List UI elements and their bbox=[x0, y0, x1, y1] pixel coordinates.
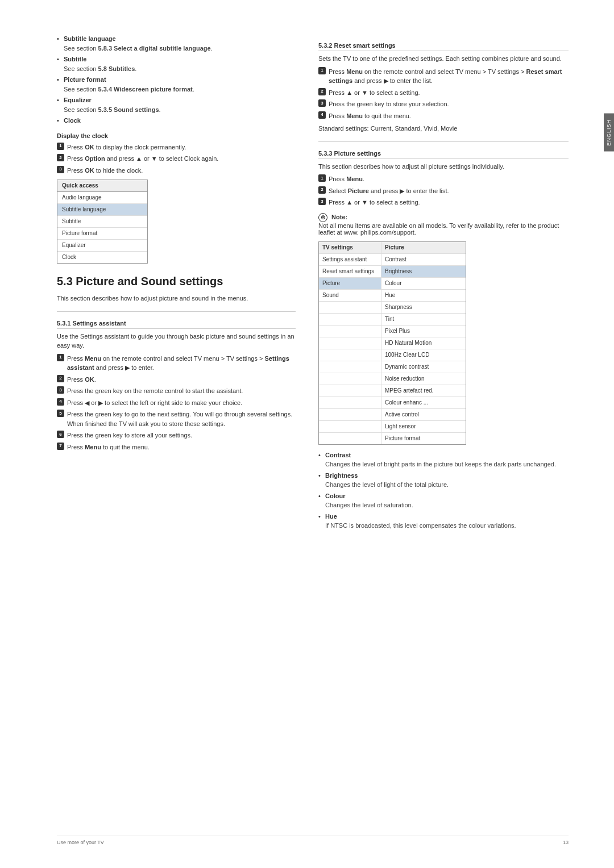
table-row: Pixel Plus bbox=[319, 326, 466, 337]
step-item: 5 Press the green key to go to the next … bbox=[57, 410, 296, 428]
list-item: Subtitle language See section 5.8.3 Sele… bbox=[57, 34, 296, 53]
table-row: Picture format bbox=[57, 228, 147, 240]
table-row: Light sensor bbox=[319, 421, 466, 433]
list-item: Brightness Changes the level of light of… bbox=[318, 471, 569, 490]
list-item: Subtitle See section 5.8 Subtitles. bbox=[57, 55, 296, 73]
cell: Sound bbox=[319, 290, 381, 301]
cell: Settings assistant bbox=[319, 254, 381, 265]
divider bbox=[57, 311, 296, 312]
table-row: Noise reduction bbox=[319, 373, 466, 385]
step-item: 3 Press ▲ or ▼ to select a setting. bbox=[318, 198, 569, 207]
table-row: 100Hz Clear LCD bbox=[319, 349, 466, 361]
col-header-right: Picture bbox=[381, 242, 466, 253]
cell: Reset smart settings bbox=[319, 266, 381, 277]
item-sub: See section 5.3.4 Widescreen picture for… bbox=[64, 86, 194, 93]
section-53-intro: This section describes how to adjust pic… bbox=[57, 294, 296, 303]
cell: Picture format bbox=[381, 433, 466, 444]
cell bbox=[319, 349, 381, 361]
note-icon: ⊜ bbox=[318, 213, 327, 222]
table-row: Sound Hue bbox=[319, 290, 466, 302]
item-sub: See section 5.8.3 Select a digital subti… bbox=[64, 45, 213, 52]
footer-right: 13 bbox=[563, 840, 569, 845]
step-item: 4 Press ◀ or ▶ to select the left or rig… bbox=[57, 398, 296, 408]
table-header: Quick access bbox=[57, 180, 147, 192]
cell: Noise reduction bbox=[381, 373, 466, 385]
table-row: Subtitle bbox=[57, 216, 147, 228]
cell: Colour bbox=[381, 278, 466, 289]
section-531-intro: Use the Settings assistant to guide you … bbox=[57, 332, 296, 350]
cell bbox=[319, 409, 381, 420]
cell: Contrast bbox=[381, 254, 466, 265]
note-title: Note: bbox=[331, 213, 347, 220]
table-row: Clock bbox=[57, 252, 147, 263]
list-item: Equalizer See section 5.3.5 Sound settin… bbox=[57, 95, 296, 114]
cell bbox=[319, 421, 381, 432]
cell: Brightness bbox=[381, 266, 466, 277]
page: ENGLISH Subtitle language See section 5.… bbox=[0, 0, 614, 868]
cell bbox=[319, 433, 381, 444]
step-item: 2 Press ▲ or ▼ to select a setting. bbox=[318, 88, 569, 98]
section-532-steps: 1 Press Menu on the remote control and s… bbox=[318, 67, 569, 121]
step-item: 1 Press Menu on the remote control and s… bbox=[318, 67, 569, 86]
note-text: Not all menu items are available on all … bbox=[318, 222, 559, 236]
item-label: Equalizer bbox=[64, 97, 92, 103]
step-item: 6 Press the green key to store all your … bbox=[57, 431, 296, 440]
list-item: Contrast Changes the level of bright par… bbox=[318, 450, 569, 469]
table-row: HD Natural Motion bbox=[319, 337, 466, 349]
table-row: Picture Colour bbox=[319, 278, 466, 290]
section-532-intro: Sets the TV to one of the predefined set… bbox=[318, 54, 569, 64]
item-label: Picture format bbox=[64, 76, 106, 83]
cell: 100Hz Clear LCD bbox=[381, 349, 466, 361]
step-item: 3 Press the green key to store your sele… bbox=[318, 99, 569, 109]
cell: MPEG artefact red. bbox=[381, 385, 466, 397]
cell bbox=[319, 373, 381, 385]
step-item: 1 Press OK to display the clock permanen… bbox=[57, 143, 296, 152]
cell: Sharpness bbox=[381, 302, 466, 313]
item-label: Subtitle language bbox=[64, 35, 116, 42]
step-item: 2 Select Picture and press ▶ to enter th… bbox=[318, 186, 569, 196]
divider bbox=[318, 141, 569, 142]
item-label: Clock bbox=[64, 117, 81, 124]
table-row: Reset smart settings Brightness bbox=[319, 266, 466, 278]
section-532-title: 5.3.2 Reset smart settings bbox=[318, 42, 569, 51]
cell: Picture bbox=[319, 278, 381, 289]
table-row: Picture format bbox=[319, 433, 466, 444]
standard-settings-note: Standard settings: Current, Standard, Vi… bbox=[318, 124, 569, 133]
list-item: Clock bbox=[57, 116, 296, 126]
cell: Light sensor bbox=[381, 421, 466, 432]
cell bbox=[319, 397, 381, 408]
col-header-left: TV settings bbox=[319, 242, 381, 253]
cell: HD Natural Motion bbox=[381, 337, 466, 349]
picture-bullets: Contrast Changes the level of bright par… bbox=[318, 450, 569, 531]
cell bbox=[319, 326, 381, 337]
section-533-steps: 1 Press Menu. 2 Select Picture and press… bbox=[318, 174, 569, 207]
cell bbox=[319, 337, 381, 349]
cell: Dynamic contrast bbox=[381, 361, 466, 373]
footer: Use more of your TV 13 bbox=[57, 836, 569, 845]
item-sub: See section 5.3.5 Sound settings. bbox=[64, 106, 161, 113]
section-531-title: 5.3.1 Settings assistant bbox=[57, 320, 296, 329]
section-533-title: 5.3.3 Picture settings bbox=[318, 150, 569, 159]
table-row: Audio language bbox=[57, 192, 147, 204]
tv-settings-table: TV settings Picture Settings assistant C… bbox=[318, 241, 466, 445]
cell: Tint bbox=[381, 314, 466, 325]
top-bullet-list: Subtitle language See section 5.8.3 Sele… bbox=[57, 34, 296, 126]
step-item: 1 Press Menu. bbox=[318, 174, 569, 184]
section-531-steps: 1 Press Menu on the remote control and s… bbox=[57, 354, 296, 452]
item-sub: See section 5.8 Subtitles. bbox=[64, 65, 136, 72]
cell bbox=[319, 361, 381, 373]
step-item: 3 Press the green key on the remote cont… bbox=[57, 386, 296, 396]
step-item: 4 Press Menu to quit the menu. bbox=[318, 111, 569, 121]
list-item: Hue If NTSC is broadcasted, this level c… bbox=[318, 512, 569, 531]
step-item: 3 Press OK to hide the clock. bbox=[57, 166, 296, 176]
table-row: Active control bbox=[319, 409, 466, 421]
footer-left: Use more of your TV bbox=[57, 840, 104, 845]
side-tab: ENGLISH bbox=[604, 114, 614, 152]
table-row: Sharpness bbox=[319, 302, 466, 314]
cell: Hue bbox=[381, 290, 466, 301]
note-box: ⊜ Note: Not all menu items are available… bbox=[318, 213, 569, 236]
right-column: 5.3.2 Reset smart settings Sets the TV t… bbox=[318, 34, 569, 834]
section-533-intro: This section describes how to adjust all… bbox=[318, 162, 569, 172]
table-header-row: TV settings Picture bbox=[319, 242, 466, 254]
table-row: MPEG artefact red. bbox=[319, 385, 466, 397]
